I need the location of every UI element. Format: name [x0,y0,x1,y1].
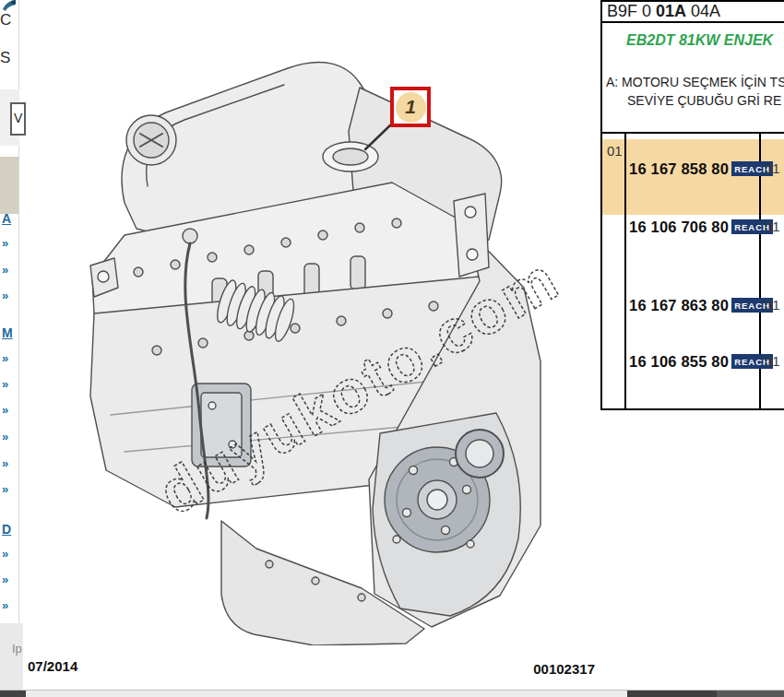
part-row[interactable]: 16 106 855 80 REACH [629,351,758,372]
sidebar-strip: C S V A » » » M » » » » » » D » » » [0,0,18,697]
scrollbar-thumb[interactable] [627,691,717,697]
sidebar-item-chevron[interactable]: » [2,351,8,365]
sidebar-bottom-band: Ip [0,623,23,690]
sidebar-item-chevron[interactable]: » [2,430,8,443]
horizontal-scrollbar[interactable] [0,690,784,697]
logo-text-fragment: C [0,11,11,30]
note-line-1: A: MOTORU SEÇMEK İÇİN TS [606,75,784,89]
table-column-border [624,134,626,408]
parts-catalog-page: C S V A » » » M » » » » » » D » » » Ip [0,0,784,697]
sidebar-button[interactable] [0,157,18,214]
sidebar-item-chevron[interactable]: » [2,236,8,250]
sidebar-bottom-fragment: Ip [12,642,22,656]
figure-code-prefix: B9F 0 [607,2,656,20]
part-qty: 01 [765,160,783,176]
callout-number: 1 [405,96,416,118]
part-number[interactable]: 16 167 863 80 [629,297,729,314]
figure-code-suffix: 04A [686,2,720,20]
sidebar-item-chevron[interactable]: » [2,573,8,586]
callout-1[interactable]: 1 [390,87,431,127]
scrollbar-right-segment[interactable] [717,691,784,697]
figure-code-bold: 01A [656,2,686,20]
parts-table: 01 16 167 858 80 REACH 01 16 106 706 80 … [600,132,784,410]
sidebar-item-chevron[interactable]: » [2,482,8,496]
sidebar-section-d[interactable]: D [2,522,11,537]
sidebar-item-chevron[interactable]: » [2,289,8,302]
sidebar-item-chevron[interactable]: » [2,403,8,417]
part-row[interactable]: 16 167 863 80 REACH [629,295,758,315]
scrollbar-left-segment[interactable] [0,691,26,697]
engine-info-box: EB2DT 81KW ENJEK A: MOTORU SEÇMEK İÇİN T… [600,23,784,132]
engine-title: EB2DT 81KW ENJEK [626,32,773,49]
part-row[interactable]: 16 106 706 80 REACH [629,217,758,237]
app-logo-icon [2,0,17,11]
note-line-2: SEVİYE ÇUBUĞU GRİ RE [627,93,781,108]
sheet-number: 00102317 [521,661,595,677]
revision-date: 07/2014 [28,658,77,674]
part-number[interactable]: 16 167 858 80 [629,160,729,178]
figure-code: B9F 0 01A 04A [600,0,784,23]
part-number[interactable]: 16 106 855 80 [629,353,729,371]
sidebar-item-chevron[interactable]: » [2,598,8,612]
part-row[interactable]: 16 167 858 80 REACH [629,159,758,179]
sidebar-item-chevron[interactable]: » [2,377,8,391]
sidebar-item-chevron[interactable]: » [2,456,8,470]
sidebar-item-chevron[interactable]: » [2,547,8,561]
engine-illustration [37,46,600,645]
sidebar-text-fragment: S [0,49,10,67]
callout-circle: 1 [396,92,426,123]
item-ref-label: 01 [607,143,623,159]
sidebar-section-a[interactable]: A [2,211,11,226]
part-qty: 01 [765,297,783,313]
sidebar-item-chevron[interactable]: » [2,263,8,277]
part-qty: 01 [765,219,783,234]
part-qty: 01 [765,353,783,369]
part-number[interactable]: 16 106 706 80 [629,219,729,236]
vin-input[interactable]: V [10,102,26,136]
sidebar-section-m[interactable]: M [2,325,13,340]
parts-panel: B9F 0 01A 04A EB2DT 81KW ENJEK A: MOTORU… [600,0,784,690]
